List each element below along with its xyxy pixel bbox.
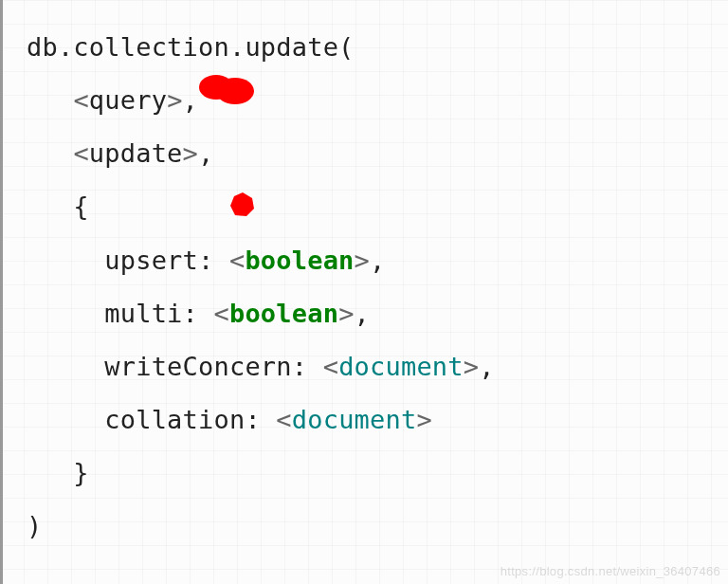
code-block: db.collection.update( <query>, <update>,… [0,0,728,554]
code-line: collation: <document> [27,405,432,434]
code-line: <query>, [27,85,198,115]
code-line: multi: <boolean>, [27,299,370,328]
left-border [0,0,3,584]
code-line: <update>, [27,138,214,168]
code-line: { [27,192,89,221]
code-line: writeConcern: <document>, [27,352,495,381]
code-line: db.collection.update( [27,32,355,62]
watermark: https://blog.csdn.net/weixin_36407466 [500,564,720,578]
code-line: upsert: <boolean>, [27,246,386,275]
code-line: } [27,458,89,487]
code-line: ) [27,511,42,540]
